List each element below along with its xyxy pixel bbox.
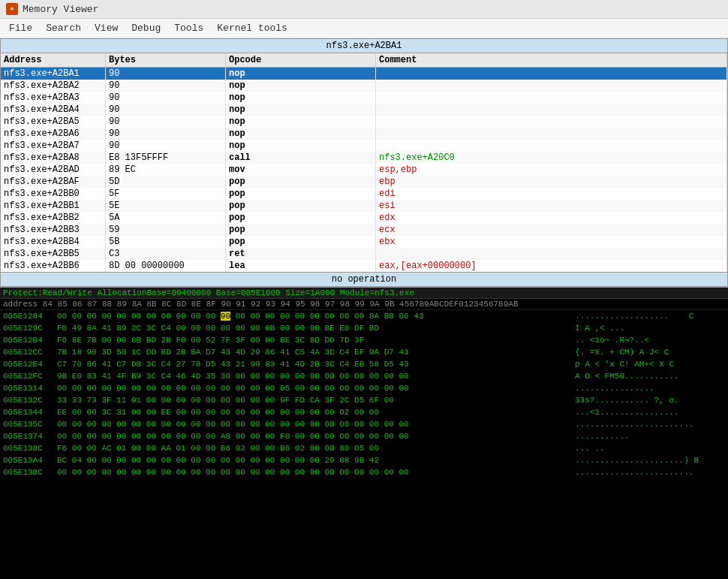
- disasm-row[interactable]: nfs3.exe+A2BA390nop: [1, 92, 727, 104]
- disasm-opcode: nop: [226, 116, 376, 128]
- disasm-comment: edi: [376, 188, 727, 200]
- hex-ascii: ... ..: [575, 442, 725, 454]
- disasm-rows: nfs3.exe+A2BA190nopnfs3.exe+A2BA290nopnf…: [1, 68, 727, 272]
- hex-ascii: .. <1o~ .R¬?..<: [575, 334, 725, 346]
- disasm-opcode: pop: [226, 224, 376, 236]
- menu-tools[interactable]: Tools: [168, 20, 209, 36]
- menu-kernel-tools[interactable]: Kernel tools: [211, 20, 293, 36]
- hex-row[interactable]: 005E12E4C7 70 86 41 C7 D8 3C C4 27 78 D5…: [0, 358, 728, 370]
- disasm-opcode: pop: [226, 176, 376, 188]
- hex-row[interactable]: 005E138CF6 00 00 AC 01 00 00 AA 01 00 00…: [0, 442, 728, 454]
- disasm-bytes: 5A: [106, 212, 226, 224]
- disasm-row[interactable]: nfs3.exe+A2BA590nop: [1, 116, 727, 128]
- hex-address: 005E132C: [3, 394, 57, 406]
- disasm-comment: [376, 92, 727, 104]
- hex-ascii: {. =X. + CM) A J< C: [575, 346, 725, 358]
- disasm-address: nfs3.exe+A2BB1: [1, 200, 106, 212]
- disasm-row[interactable]: nfs3.exe+A2BAF5Dpopebp: [1, 176, 727, 188]
- disasm-row[interactable]: nfs3.exe+A2BB15Epopesi: [1, 200, 727, 212]
- disasm-opcode: nop: [226, 80, 376, 92]
- disasm-opcode: call: [226, 152, 376, 164]
- disasm-address: nfs3.exe+A2BAD: [1, 164, 106, 176]
- disasm-comment: [376, 248, 727, 260]
- hex-row[interactable]: 005E12CC7B 18 90 3D 58 1C DD BD 2B BA D7…: [0, 346, 728, 358]
- hex-row[interactable]: 005E128400 00 00 00 00 00 00 00 00 00 00…: [0, 310, 728, 322]
- hex-bytes: 33 33 73 3F 11 01 00 00 00 00 00 00 00 0…: [57, 394, 575, 406]
- disasm-address: nfs3.exe+A2BA5: [1, 116, 106, 128]
- disasm-opcode: pop: [226, 188, 376, 200]
- disasm-bytes: 90: [106, 92, 226, 104]
- disasm-bytes: 90: [106, 128, 226, 140]
- hex-row[interactable]: 005E12B4F6 8E 7B 00 00 8B BD 2B F0 00 52…: [0, 334, 728, 346]
- disasm-address: nfs3.exe+A2BB2: [1, 212, 106, 224]
- disasm-bytes: 5F: [106, 188, 226, 200]
- disasm-bytes: 90: [106, 116, 226, 128]
- hex-address: 005E129C: [3, 322, 57, 334]
- hex-bytes: EE 00 00 3C 31 00 00 EE 00 00 00 00 00 0…: [57, 406, 575, 418]
- hex-address: 005E12E4: [3, 358, 57, 370]
- disasm-address: nfs3.exe+A2BB0: [1, 188, 106, 200]
- hex-row[interactable]: 005E132C33 33 73 3F 11 01 00 00 00 00 00…: [0, 394, 728, 406]
- menu-view[interactable]: View: [89, 20, 124, 36]
- disasm-bytes: 90: [106, 68, 226, 80]
- hex-address: 005E12FC: [3, 370, 57, 382]
- disasm-comment: [376, 116, 727, 128]
- hex-row[interactable]: 005E13BC00 00 00 00 00 00 00 00 00 00 00…: [0, 466, 728, 478]
- disasm-address: nfs3.exe+A2BB3: [1, 224, 106, 236]
- disasm-row[interactable]: nfs3.exe+A2BA790nop: [1, 140, 727, 152]
- menu-bar: File Search View Debug Tools Kernel tool…: [0, 19, 728, 38]
- disasm-bytes: 90: [106, 104, 226, 116]
- disasm-row[interactable]: nfs3.exe+A2BA690nop: [1, 128, 727, 140]
- disasm-row[interactable]: nfs3.exe+A2BB25Apopedx: [1, 212, 727, 224]
- hex-row[interactable]: 005E1344EE 00 00 3C 31 00 00 EE 00 00 00…: [0, 406, 728, 418]
- hex-address: 005E12CC: [3, 346, 57, 358]
- hex-row[interactable]: 005E137400 00 00 00 00 00 00 00 00 00 00…: [0, 430, 728, 442]
- disasm-opcode: nop: [226, 92, 376, 104]
- disassembly-panel: nfs3.exe+A2BA1 Address Bytes Opcode Comm…: [0, 38, 728, 288]
- hex-bytes: F0 49 8A 41 89 2C 3C C4 00 00 00 00 00 0…: [57, 322, 575, 334]
- menu-debug[interactable]: Debug: [125, 20, 167, 36]
- hex-row[interactable]: 005E129CF0 49 8A 41 89 2C 3C C4 00 00 00…: [0, 322, 728, 334]
- menu-file[interactable]: File: [3, 20, 38, 36]
- disasm-bytes: 59: [106, 224, 226, 236]
- disasm-row[interactable]: nfs3.exe+A2BB5C3ret: [1, 248, 727, 260]
- hex-row[interactable]: 005E131400 00 00 00 00 00 00 00 00 00 00…: [0, 382, 728, 394]
- disasm-row[interactable]: nfs3.exe+A2BA290nop: [1, 80, 727, 92]
- disasm-row[interactable]: nfs3.exe+A2BB05Fpopedi: [1, 188, 727, 200]
- hex-row[interactable]: 005E135C00 00 00 00 00 00 00 00 00 00 00…: [0, 418, 728, 430]
- disasm-opcode: nop: [226, 68, 376, 80]
- hex-header: address 84 85 86 87 88 89 8A 8B 8C 8D 8E…: [0, 299, 728, 310]
- disasm-opcode: pop: [226, 212, 376, 224]
- hex-row[interactable]: 005E13A4BC 04 00 00 00 00 00 00 00 00 00…: [0, 454, 728, 466]
- disasm-comment: [376, 80, 727, 92]
- hex-address: 005E1344: [3, 406, 57, 418]
- disasm-address: nfs3.exe+A2BA8: [1, 152, 106, 164]
- disasm-bytes: 8D 00 00000000: [106, 260, 226, 272]
- hex-ascii: ........................: [575, 466, 725, 478]
- disasm-row[interactable]: nfs3.exe+A2BB359popecx: [1, 224, 727, 236]
- disasm-address: nfs3.exe+A2BAF: [1, 176, 106, 188]
- hex-ascii: I A ,< ...: [575, 322, 725, 334]
- disasm-bytes: 89 EC: [106, 164, 226, 176]
- disasm-opcode: lea: [226, 260, 376, 272]
- main-window: ★ Memory Viewer File Search View Debug T…: [0, 0, 728, 579]
- disasm-row[interactable]: nfs3.exe+A2BB45Bpopebx: [1, 236, 727, 248]
- disasm-bytes: E8 13F5FFFF: [106, 152, 226, 164]
- hex-address: 005E1314: [3, 382, 57, 394]
- hex-row[interactable]: 005E12FC9B E0 83 41 4F B9 3C C4 46 4D 35…: [0, 370, 728, 382]
- hex-bytes: 00 00 00 00 00 00 00 00 00 00 00 00 00 0…: [57, 466, 575, 478]
- disasm-header: Address Bytes Opcode Comment: [1, 53, 727, 68]
- menu-search[interactable]: Search: [40, 20, 87, 36]
- disasm-comment: esp,ebp: [376, 164, 727, 176]
- disasm-row[interactable]: nfs3.exe+A2BB68D 00 00000000leaeax,[eax+…: [1, 260, 727, 272]
- disasm-row[interactable]: nfs3.exe+A2BAD89 ECmovesp,ebp: [1, 164, 727, 176]
- disasm-opcode: nop: [226, 140, 376, 152]
- hex-bytes: BC 04 00 00 00 00 00 00 00 00 00 00 00 0…: [57, 454, 575, 466]
- disasm-row[interactable]: nfs3.exe+A2BA8E8 13F5FFFFcallnfs3.exe+A2…: [1, 152, 727, 164]
- disasm-row[interactable]: nfs3.exe+A2BA490nop: [1, 104, 727, 116]
- disasm-address: nfs3.exe+A2BA3: [1, 92, 106, 104]
- disasm-row[interactable]: nfs3.exe+A2BA190nop: [1, 68, 727, 80]
- hex-panel[interactable]: Protect:Read/Write AllocationBase=004000…: [0, 288, 728, 579]
- disasm-bytes: 90: [106, 80, 226, 92]
- disasm-address: nfs3.exe+A2BA4: [1, 104, 106, 116]
